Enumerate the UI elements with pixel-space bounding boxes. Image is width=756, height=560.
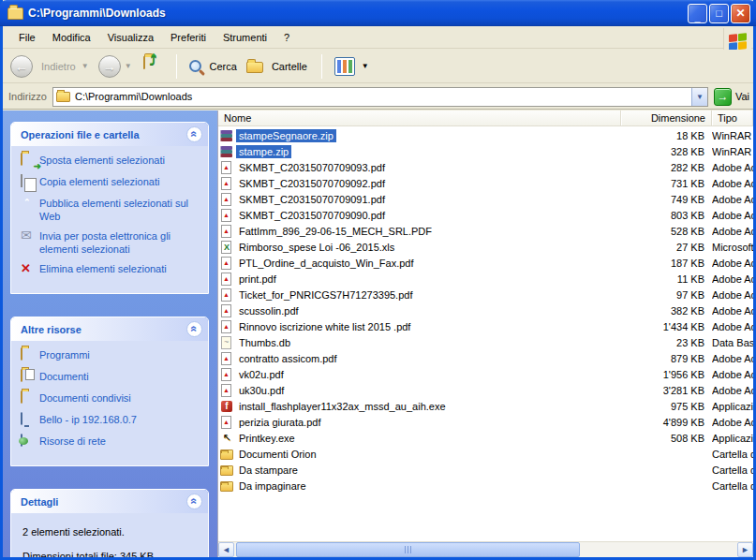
menu-item-preferiti[interactable]: Preferiti (162, 29, 215, 46)
file-name-cell[interactable]: Thumbs.db (218, 336, 621, 349)
task-link-sposta-elementi[interactable]: ➜Sposta elementi selezionati (21, 154, 202, 169)
address-dropdown-icon[interactable]: ▼ (691, 88, 707, 106)
file-name-cell[interactable]: Rinnovo iscrizione white list 2015 .pdf (218, 320, 621, 333)
file-name-cell[interactable]: SKMBT_C20315070709091.pdf (218, 193, 621, 206)
file-name-cell[interactable]: stampe.zip (218, 145, 621, 158)
table-row[interactable]: Ticket_for_PNRICGS7H71273395.pdf97 KBAdo… (218, 287, 753, 302)
file-name-cell[interactable]: install_flashplayer11x32ax_mssd_au_aih.e… (218, 400, 621, 413)
search-icon[interactable] (189, 60, 201, 72)
up-button[interactable]: ⤴ (143, 57, 166, 76)
table-row[interactable]: print.pdf11 KBAdobe Ac (218, 271, 753, 287)
titlebar[interactable]: C:\Programmi\Downloads _ □ ✕ (0, 0, 756, 26)
table-row[interactable]: Da stampareCartella d (218, 462, 753, 478)
collapse-chevron-icon[interactable]: « (186, 126, 202, 142)
scroll-left-icon[interactable]: ◄ (218, 542, 234, 557)
task-link-pubblica-elementi[interactable]: Pubblica elementi selezionati sul Web (21, 197, 202, 223)
search-button-label[interactable]: Cerca (210, 61, 237, 72)
menu-item-[interactable]: ? (275, 29, 298, 46)
task-link-risorse-di[interactable]: Risorse di rete (21, 435, 202, 449)
task-link-copia-elementi[interactable]: Copia elementi selezionati (21, 175, 202, 190)
address-combo[interactable]: C:\Programmi\Downloads ▼ (52, 87, 708, 107)
table-row[interactable]: Da impaginareCartella d (218, 478, 753, 494)
file-name-cell[interactable]: Da impaginare (218, 479, 621, 493)
scroll-right-icon[interactable]: ► (737, 542, 753, 557)
horizontal-scrollbar[interactable]: ◄ ► (218, 541, 753, 557)
task-link-bello--[interactable]: Bello - ip 192.168.0.7 (21, 413, 202, 428)
file-name-cell[interactable]: contratto assicom.pdf (218, 352, 621, 365)
collapse-chevron-icon[interactable]: « (186, 321, 202, 337)
panel-details-header[interactable]: Dettagli « (11, 490, 208, 513)
go-button[interactable]: → Vai (714, 88, 749, 106)
table-row[interactable]: Rimborso_spese Loi -06_2015.xls27 KBMicr… (218, 239, 753, 255)
column-header-name[interactable]: Nome (218, 111, 621, 125)
table-row[interactable]: Thumbs.db23 KBData Bas (218, 334, 753, 350)
up-arrow-icon: ⤴ (150, 52, 157, 67)
table-row[interactable]: SKMBT_C20315070709092.pdf731 KBAdobe Ac (218, 175, 753, 191)
panel-file-tasks: Operazioni file e cartella « ➜Sposta ele… (10, 122, 209, 294)
menu-item-file[interactable]: File (10, 29, 44, 46)
table-row[interactable]: FattImm_896_29-06-15_MECH_SRL.PDF528 KBA… (218, 223, 753, 239)
file-name-cell[interactable]: SKMBT_C20315070709090.pdf (218, 209, 621, 222)
file-name-cell[interactable]: print.pdf (218, 273, 621, 286)
table-row[interactable]: vk02u.pdf1'956 KBAdobe Ac (218, 366, 753, 382)
publish-icon (21, 197, 39, 212)
table-row[interactable]: uk30u.pdf3'281 KBAdobe Ac (218, 382, 753, 398)
table-row[interactable]: scussolin.pdf382 KBAdobe Ac (218, 302, 753, 318)
table-row[interactable]: SKMBT_C20315070709091.pdf749 KBAdobe Ac (218, 191, 753, 207)
table-row[interactable]: Rinnovo iscrizione white list 2015 .pdf1… (218, 318, 753, 334)
file-size: 27 KB (621, 242, 712, 253)
file-name-cell[interactable]: uk30u.pdf (218, 384, 621, 397)
views-button[interactable] (334, 57, 355, 76)
scrollbar-track[interactable] (234, 542, 737, 557)
address-input[interactable]: C:\Programmi\Downloads (75, 91, 691, 102)
back-button[interactable]: ← (10, 55, 33, 78)
column-header-size[interactable]: Dimensione (621, 111, 712, 125)
minimize-button[interactable]: _ (688, 4, 707, 23)
file-name-cell[interactable]: Da stampare (218, 464, 621, 477)
collapse-chevron-icon[interactable]: « (186, 494, 202, 509)
file-name-cell[interactable]: vk02u.pdf (218, 368, 621, 381)
panel-file-tasks-header[interactable]: Operazioni file e cartella « (11, 123, 208, 146)
views-dropdown-icon[interactable]: ▼ (362, 62, 369, 70)
file-name-cell[interactable]: stampeSegnaore.zip (218, 129, 621, 142)
menu-item-strumenti[interactable]: Strumenti (215, 29, 275, 46)
table-row[interactable]: stampeSegnaore.zip18 KBWinRAR Z (218, 127, 753, 143)
close-button[interactable]: ✕ (731, 4, 750, 23)
folders-button-label[interactable]: Cartelle (272, 61, 307, 72)
task-link-documenti[interactable]: Documenti (21, 370, 202, 385)
file-name-cell[interactable]: PTL_Ordine_d_acquisto_Win_Fax.pdf (218, 257, 621, 270)
file-name: SKMBT_C20315070709092.pdf (236, 177, 388, 190)
file-name-cell[interactable]: FattImm_896_29-06-15_MECH_SRL.PDF (218, 225, 621, 238)
maximize-button[interactable]: □ (709, 4, 729, 23)
forward-dropdown-icon[interactable]: ▼ (125, 62, 132, 70)
task-link-programmi[interactable]: Programmi (21, 348, 202, 363)
scrollbar-thumb[interactable] (236, 542, 580, 557)
folders-icon[interactable] (246, 62, 263, 73)
table-row[interactable]: SKMBT_C20315070709090.pdf803 KBAdobe Ac (218, 207, 753, 223)
forward-button[interactable]: → (98, 55, 121, 78)
file-name-cell[interactable]: Ticket_for_PNRICGS7H71273395.pdf (218, 288, 621, 302)
menu-item-modifica[interactable]: Modifica (44, 29, 99, 46)
file-name-cell[interactable]: scussolin.pdf (218, 304, 621, 317)
table-row[interactable]: stampe.zip328 KBWinRAR Z (218, 143, 753, 159)
panel-other-places-header[interactable]: Altre risorse « (11, 317, 208, 341)
table-row[interactable]: PTL_Ordine_d_acquisto_Win_Fax.pdf187 KBA… (218, 255, 753, 271)
task-link-elimina-elementi[interactable]: ✕Elimina elementi selezionati (21, 262, 202, 277)
file-name-cell[interactable]: Documenti Orion (218, 448, 621, 461)
task-link-documenti-condivisi[interactable]: Documenti condivisi (21, 391, 202, 406)
menu-item-visualizza[interactable]: Visualizza (99, 29, 162, 46)
table-row[interactable]: install_flashplayer11x32ax_mssd_au_aih.e… (218, 398, 753, 414)
back-dropdown-icon[interactable]: ▼ (82, 62, 89, 70)
table-row[interactable]: Documenti OrionCartella d (218, 446, 753, 462)
task-link-invia-per[interactable]: ✉Invia per posta elettronica gli element… (21, 229, 202, 256)
column-header-type[interactable]: Tipo (712, 111, 753, 125)
file-name-cell[interactable]: Printkey.exe (218, 432, 621, 445)
file-name-cell[interactable]: SKMBT_C20315070709093.pdf (218, 161, 621, 174)
file-name-cell[interactable]: Rimborso_spese Loi -06_2015.xls (218, 241, 621, 254)
table-row[interactable]: SKMBT_C20315070709093.pdf282 KBAdobe Ac (218, 159, 753, 175)
table-row[interactable]: Printkey.exe508 KBApplicazio (218, 430, 753, 446)
file-name-cell[interactable]: perizia giurata.pdf (218, 416, 621, 429)
table-row[interactable]: perizia giurata.pdf4'899 KBAdobe Ac (218, 414, 753, 430)
file-name-cell[interactable]: SKMBT_C20315070709092.pdf (218, 177, 621, 190)
table-row[interactable]: contratto assicom.pdf879 KBAdobe Ac (218, 350, 753, 366)
